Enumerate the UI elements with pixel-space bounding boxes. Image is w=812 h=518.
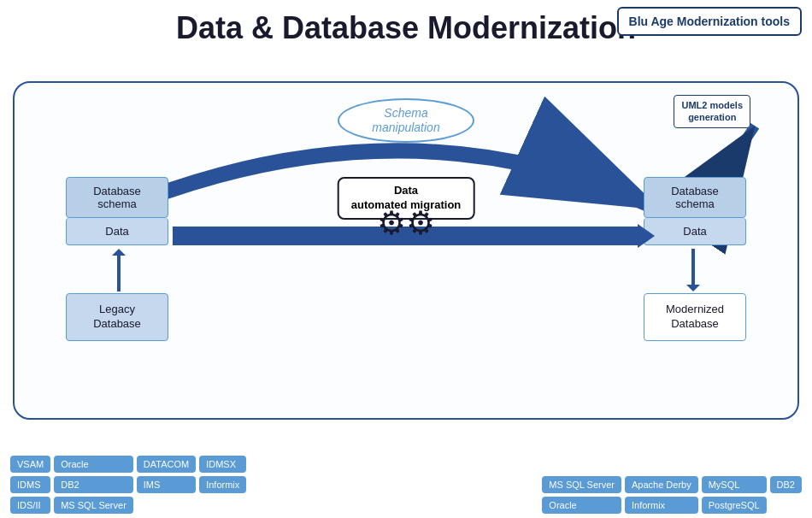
right-tag-4: Oracle <box>542 497 621 514</box>
svg-marker-6 <box>112 249 126 256</box>
left-tag-7: Informix <box>199 476 246 493</box>
right-tag-1: Apache Derby <box>625 476 698 493</box>
modernized-db-box: Modernized Database <box>644 293 746 341</box>
left-tag-8: IDS/II <box>10 497 50 514</box>
right-db-schema: Database schema <box>644 177 746 218</box>
left-tag-5: DB2 <box>54 476 133 493</box>
uml-box: UML2 models generation <box>674 95 750 128</box>
left-tag-2: DATACOM <box>137 456 196 473</box>
modernized-down-arrow <box>685 249 702 291</box>
left-tag-4: IDMS <box>10 476 50 493</box>
main-container: Schema manipulation UML2 models generati… <box>13 81 799 420</box>
right-tag-6: PostgreSQL <box>702 497 767 514</box>
right-tag-3: DB2 <box>770 476 802 493</box>
left-tag-9: MS SQL Server <box>54 497 133 514</box>
left-db-schema: Database schema <box>66 177 168 218</box>
tags-right: MS SQL ServerApache DerbyMySQLDB2OracleI… <box>542 476 802 514</box>
left-tag-6: IMS <box>137 476 196 493</box>
gears-icon: ⚙⚙ <box>377 207 435 239</box>
blu-age-box: Blu Age Modernization tools <box>617 7 802 36</box>
left-db-data: Data <box>66 218 168 245</box>
left-tag-1: Oracle <box>54 456 133 473</box>
legacy-up-arrow <box>110 249 127 291</box>
right-tag-5: Informix <box>625 497 698 514</box>
left-db-block: Database schema Data <box>66 177 168 245</box>
tags-left: VSAMOracleDATACOMIDMSXIDMSDB2IMSInformix… <box>10 456 246 514</box>
left-tag-3: IDMSX <box>199 456 246 473</box>
schema-oval: Schema manipulation <box>338 98 474 143</box>
right-tag-2: MySQL <box>702 476 767 493</box>
svg-marker-8 <box>686 285 700 291</box>
left-tag-0: VSAM <box>10 456 50 473</box>
right-db-block: Database schema Data <box>644 177 746 245</box>
legacy-db-box: Legacy Database <box>66 293 168 341</box>
right-db-data: Data <box>644 218 746 245</box>
right-tag-0: MS SQL Server <box>542 476 621 493</box>
